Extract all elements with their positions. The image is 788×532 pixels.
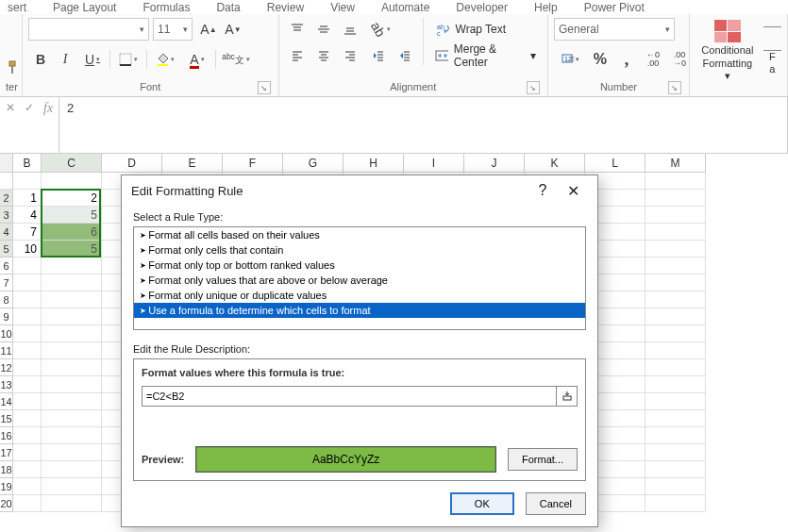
col-header[interactable]: G: [283, 154, 344, 173]
cancel-button[interactable]: Cancel: [526, 492, 586, 515]
rule-type-item[interactable]: Format all cells based on their values: [134, 227, 585, 242]
font-name-combo[interactable]: ▾: [28, 18, 149, 41]
col-header[interactable]: C: [42, 154, 102, 173]
tab-help[interactable]: Help: [534, 1, 558, 14]
row-header[interactable]: 11: [0, 342, 13, 359]
row-header[interactable]: 7: [0, 274, 13, 291]
col-header[interactable]: L: [585, 154, 645, 173]
phonetic-button[interactable]: abc文▾: [218, 48, 254, 71]
ok-button[interactable]: OK: [450, 492, 514, 515]
bold-button[interactable]: B: [28, 48, 53, 71]
col-header[interactable]: D: [102, 154, 162, 173]
tab-page-layout[interactable]: Page Layout: [53, 1, 116, 14]
row-header[interactable]: 20: [0, 495, 13, 512]
tab-formulas[interactable]: Formulas: [143, 1, 190, 14]
rule-type-item[interactable]: Format only unique or duplicate values: [134, 288, 585, 303]
row-header[interactable]: 5: [0, 241, 13, 258]
increase-decimal-button[interactable]: ←0.00: [641, 48, 665, 71]
wrap-text-button[interactable]: abc Wrap Text: [429, 18, 542, 41]
dialog-titlebar[interactable]: Edit Formatting Rule ? ✕: [122, 175, 597, 206]
percent-button[interactable]: %: [588, 48, 612, 71]
orientation-button[interactable]: ab▾: [366, 18, 396, 41]
row-header[interactable]: 13: [0, 376, 13, 393]
dialog-help-button[interactable]: ?: [528, 182, 558, 199]
accounting-format-button[interactable]: 123▾: [554, 48, 586, 71]
row-header[interactable]: 14: [0, 393, 13, 410]
rule-type-item[interactable]: Use a formula to determine which cells t…: [134, 303, 585, 318]
italic-button[interactable]: I: [53, 48, 77, 71]
tab-view[interactable]: View: [330, 1, 355, 14]
decrease-indent-button[interactable]: [366, 44, 391, 67]
tab-power-pivot[interactable]: Power Pivot: [584, 1, 645, 14]
tab-developer[interactable]: Developer: [456, 1, 508, 14]
align-top-button[interactable]: [285, 18, 310, 41]
formula-input[interactable]: 2: [59, 97, 788, 153]
align-left-button[interactable]: [285, 44, 310, 67]
font-color-button[interactable]: A ▾: [181, 48, 213, 71]
tab-insert[interactable]: sert: [8, 1, 26, 14]
row-header[interactable]: 16: [0, 427, 13, 444]
col-header[interactable]: K: [525, 154, 585, 173]
dialog-close-button[interactable]: ✕: [558, 182, 588, 200]
tab-automate[interactable]: Automate: [381, 1, 429, 14]
align-center-button[interactable]: [311, 44, 336, 67]
font-size-combo[interactable]: 11 ▾: [153, 18, 193, 41]
comma-button[interactable]: ,: [614, 48, 639, 71]
row-header[interactable]: 8: [0, 291, 13, 308]
row-header[interactable]: 15: [0, 410, 13, 427]
conditional-formatting-button[interactable]: Conditional Formatting ▾: [696, 18, 760, 84]
tab-review[interactable]: Review: [267, 1, 304, 14]
fill-color-button[interactable]: ▾: [149, 48, 181, 71]
rule-type-item[interactable]: Format only cells that contain: [134, 242, 585, 258]
cancel-formula-button[interactable]: ✕: [6, 101, 15, 114]
cell[interactable]: 7: [13, 224, 42, 241]
font-dialog-launcher[interactable]: ↘: [258, 81, 271, 94]
row-header[interactable]: 19: [0, 478, 13, 495]
tab-data[interactable]: Data: [216, 1, 240, 14]
cell[interactable]: 10: [13, 241, 42, 258]
col-header[interactable]: M: [645, 154, 706, 173]
rule-type-list[interactable]: Format all cells based on their values F…: [133, 226, 586, 330]
align-right-button[interactable]: [338, 44, 362, 67]
col-header[interactable]: H: [344, 154, 404, 173]
decrease-font-button[interactable]: A▼: [221, 18, 245, 41]
cell[interactable]: 5: [42, 241, 102, 258]
underline-button[interactable]: U▾: [77, 48, 108, 71]
col-header[interactable]: F: [223, 154, 283, 173]
enter-formula-button[interactable]: ✓: [25, 101, 34, 114]
row-header[interactable]: 18: [0, 461, 13, 478]
col-header[interactable]: J: [464, 154, 525, 173]
row-header[interactable]: 2: [0, 190, 13, 207]
borders-button[interactable]: ▾: [112, 48, 144, 71]
merge-center-button[interactable]: Merge & Center ▾: [429, 44, 542, 67]
row-header[interactable]: 10: [0, 325, 13, 342]
insert-function-button[interactable]: fx: [43, 101, 53, 116]
increase-font-button[interactable]: A▲: [196, 18, 221, 41]
rule-type-item[interactable]: Format only top or bottom ranked values: [134, 258, 585, 273]
align-bottom-button[interactable]: [338, 18, 362, 41]
decrease-decimal-button[interactable]: .00→0: [667, 48, 692, 71]
number-dialog-launcher[interactable]: ↘: [668, 81, 681, 94]
cell[interactable]: 6: [42, 224, 102, 241]
rule-type-item[interactable]: Format only values that are above or bel…: [134, 273, 585, 288]
row-header[interactable]: 6: [0, 258, 13, 274]
row-header[interactable]: 12: [0, 359, 13, 376]
cell[interactable]: 5: [42, 207, 102, 224]
cell[interactable]: 4: [13, 207, 42, 224]
format-as-table-button[interactable]: Fa: [763, 18, 781, 84]
number-format-combo[interactable]: General ▾: [554, 18, 675, 41]
col-header[interactable]: I: [404, 154, 464, 173]
row-header[interactable]: 4: [0, 224, 13, 241]
format-painter-button[interactable]: [6, 57, 21, 79]
col-header[interactable]: B: [13, 154, 42, 173]
align-middle-button[interactable]: [311, 18, 336, 41]
increase-indent-button[interactable]: [393, 44, 417, 67]
alignment-dialog-launcher[interactable]: ↘: [527, 81, 540, 94]
row-header[interactable]: 3: [0, 207, 13, 224]
cell[interactable]: 1: [13, 190, 42, 207]
range-picker-button[interactable]: [556, 387, 577, 406]
col-header[interactable]: E: [162, 154, 223, 173]
cell[interactable]: 2: [42, 190, 102, 207]
row-header[interactable]: 9: [0, 308, 13, 325]
row-header[interactable]: 17: [0, 444, 13, 461]
